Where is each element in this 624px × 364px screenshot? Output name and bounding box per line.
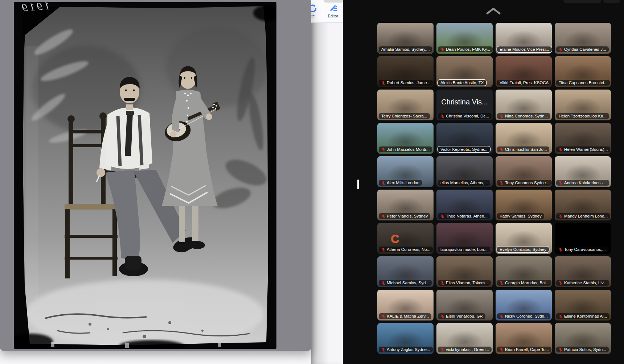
participant-tile[interactable]: Chris Tsichlis San Jo... — [496, 123, 552, 154]
participant-name-label: Nicky Coroneo, Sydn... — [497, 313, 550, 319]
participant-name: Alexis Bante Austin, TX — [440, 80, 484, 85]
mic-muted-icon — [381, 281, 385, 285]
participant-name-label: Robert Samios, Jame... — [379, 80, 433, 86]
participant-tile[interactable]: Alex Mills London — [377, 156, 434, 187]
participant-tile[interactable]: Robert Samios, Jame... — [377, 56, 434, 87]
participant-tile[interactable]: Titsa Capsanes Bronstei... — [555, 56, 611, 87]
mic-muted-icon — [559, 248, 563, 252]
participant-tile[interactable]: Dean Poulos, FMK Ky... — [436, 23, 493, 54]
zoom-gallery: Amalia Samios, Sydney,... Dean Poulos, F… — [343, 0, 624, 364]
window-controls-pill[interactable] — [563, 0, 601, 3]
participant-tile[interactable]: Christina Vis... Christina Viscomi, De..… — [436, 90, 493, 120]
participant-tile[interactable]: Cynthia Cavalenes-J... — [555, 23, 611, 54]
participant-tile[interactable]: Amalia Samios, Sydney,... — [377, 23, 434, 54]
participant-name-label: Alex Mills London — [379, 180, 422, 186]
participant-name: Victor Kepreotis, Sydne... — [440, 147, 488, 152]
window-controls-pill[interactable] — [603, 0, 620, 3]
gallery-scroll-up-button[interactable] — [483, 6, 501, 17]
participant-tile[interactable]: Andrea Kalokerinos -... — [555, 156, 611, 187]
participant-tile[interactable]: KALIE & Matina Zerv... — [377, 290, 434, 320]
participant-name-label: Elaine Moulos Vice Presi... — [497, 46, 552, 52]
participant-tile[interactable]: Kathy Samios, Sydney — [496, 190, 552, 220]
participant-tile[interactable]: Michael Samios, Syd... — [377, 256, 434, 287]
participant-tile[interactable]: John Masselos Montr... — [377, 123, 434, 154]
participant-tile[interactable]: Tony Caravousanos,... — [555, 223, 611, 254]
participant-name: Tony Conomos Sydne... — [505, 181, 549, 185]
participant-tile[interactable]: Tony Conomos Sydne... — [496, 156, 552, 187]
participant-name-label: Elaine Kontominas Al... — [556, 313, 609, 319]
participant-name-label: Patricia Sofios, Sydn... — [556, 347, 609, 352]
mic-muted-icon — [440, 314, 444, 318]
participant-name-label: Katherine Stathis, Liv... — [556, 280, 609, 286]
participant-tile[interactable]: Vikki Fraioli, Pres. KSOCA — [496, 56, 552, 87]
mic-muted-icon — [440, 214, 444, 218]
participant-name: Tony Caravousanos,... — [564, 247, 605, 252]
participant-tile[interactable]: Eleni Venardou, GR — [436, 290, 493, 320]
participant-name: Mandy Lenheim Lond... — [564, 214, 608, 218]
background-window: ate Editor — [311, 0, 343, 364]
participant-name: Robert Samios, Jame... — [387, 80, 430, 85]
participant-name-label: vicki kyriakos , Green... — [438, 347, 492, 352]
participant-tile[interactable]: Helen Tzortzopoulos Ka... — [555, 90, 611, 120]
participant-name-label: Georgia Marudas, Bal... — [497, 280, 551, 286]
participant-tile[interactable]: Nina Conomos, Sydn... — [496, 90, 552, 120]
participant-name-label: Christina Viscomi, De... — [438, 113, 492, 119]
participant-tile[interactable]: Elaine Moulos Vice Presi... — [496, 23, 552, 54]
participant-tile[interactable]: Elias Vlanton, Takom... — [436, 256, 493, 287]
participant-tile[interactable]: vicki kyriakos , Green... — [436, 323, 493, 354]
participant-tile[interactable]: Nicky Coroneo, Sydn... — [496, 290, 552, 320]
participant-tile[interactable]: Patricia Sofios, Sydn... — [555, 323, 611, 354]
mic-muted-icon — [500, 181, 504, 185]
participant-name: Katherine Stathis, Liv... — [564, 281, 607, 285]
background-window-toolbar: ate Editor — [311, 0, 343, 23]
participant-tile[interactable]: laurapavlou-mudie, Lon... — [436, 223, 493, 254]
mic-muted-icon — [559, 214, 563, 218]
participant-name: Elaine Moulos Vice Presi... — [500, 47, 549, 51]
participant-name: Brian Farrell, Cape To... — [505, 347, 549, 352]
participant-tile[interactable]: Antony Zaglas-Sydne... — [377, 323, 434, 354]
participant-name: Patricia Sofios, Sydn... — [564, 347, 606, 352]
mic-muted-icon — [440, 47, 444, 51]
participant-name-label: Helen Warner(Souris)... — [556, 146, 610, 152]
participant-tile[interactable]: Alexis Bante Austin, TX — [436, 56, 493, 87]
participant-tile[interactable]: elias Marsellos, Athens,... — [436, 156, 493, 187]
mic-muted-icon — [440, 281, 444, 285]
participant-name-label: Amalia Samios, Sydney,... — [379, 46, 432, 52]
participant-tile[interactable]: Elaine Kontominas Al... — [555, 290, 611, 320]
editor-pen-icon — [328, 4, 338, 13]
rotate-icon — [311, 4, 317, 13]
participant-tile[interactable]: Terry Chlentzos- Sacra... — [377, 90, 434, 120]
participant-tile[interactable]: Mandy Lenheim Lond... — [555, 190, 611, 220]
participant-tile[interactable]: Katherine Stathis, Liv... — [555, 256, 611, 287]
participant-name-label: Theo Notaras, Athen... — [438, 213, 490, 219]
participant-name-label: Kathy Samios, Sydney — [497, 213, 544, 219]
participant-tile[interactable]: Helen Warner(Souris)... — [555, 123, 611, 154]
editor-button[interactable]: Editor — [324, 3, 342, 18]
participant-name: Eleni Venardou, GR — [446, 314, 483, 318]
participant-name-label: Nina Conomos, Sydn... — [497, 113, 550, 119]
mic-muted-icon — [381, 81, 385, 85]
participant-tile[interactable]: Theo Notaras, Athen... — [436, 190, 493, 220]
chevron-up-icon — [485, 6, 502, 16]
participant-tile[interactable]: Evelyn Cordatos, Sydney — [496, 223, 552, 254]
gallery-scroll-indicator[interactable] — [357, 179, 359, 189]
participant-tile[interactable]: Georgia Marudas, Bal... — [496, 256, 552, 287]
participant-name-label: Tony Caravousanos,... — [556, 247, 608, 252]
participant-avatar-text: Christina Vis... — [436, 90, 493, 115]
participant-logo: C — [391, 232, 399, 246]
participant-name: Elaine Kontominas Al... — [564, 314, 607, 318]
participant-name-label: Michael Samios, Syd... — [379, 280, 432, 286]
participant-name-label: KALIE & Matina Zerv... — [379, 313, 431, 319]
participant-tile[interactable]: C Athena Coroneos, No... — [377, 223, 434, 254]
mic-muted-icon — [559, 181, 563, 185]
participant-tile[interactable]: Peter Vlandis, Sydney — [377, 190, 434, 220]
participant-tile[interactable]: Brian Farrell, Cape To... — [496, 323, 552, 354]
participant-name-label: Antony Zaglas-Sydne... — [379, 347, 433, 352]
mic-muted-icon — [559, 47, 563, 51]
participant-tile[interactable]: Victor Kepreotis, Sydne... — [436, 123, 493, 154]
mic-muted-icon — [559, 281, 563, 285]
shared-vintage-photo: 1919 — [14, 2, 276, 349]
participant-name-label: Helen Tzortzopoulos Ka... — [556, 113, 609, 119]
participant-name-label: elias Marsellos, Athens,... — [438, 180, 490, 186]
rotate-button[interactable]: ate — [311, 3, 321, 18]
